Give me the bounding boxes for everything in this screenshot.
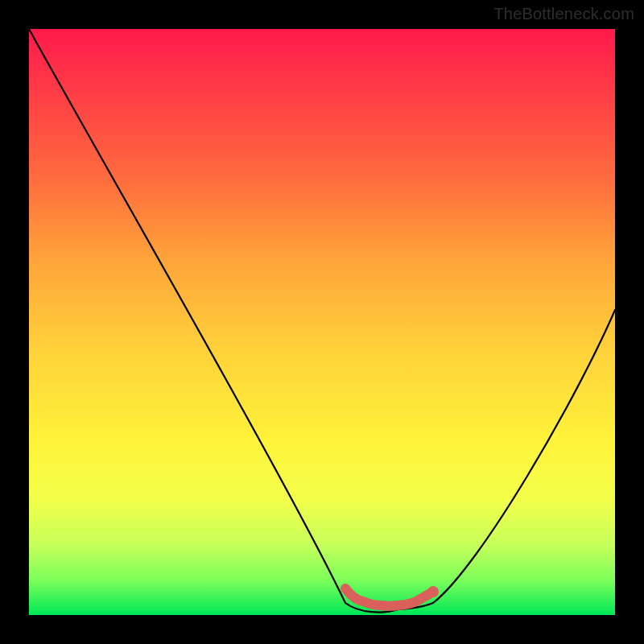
attribution-text: TheBottleneck.com [493,5,634,23]
chart-frame: TheBottleneck.com [0,0,644,644]
plot-area [29,29,615,615]
highlight-segment [29,29,615,615]
curve-line [29,29,615,615]
svg-point-0 [427,586,439,597]
